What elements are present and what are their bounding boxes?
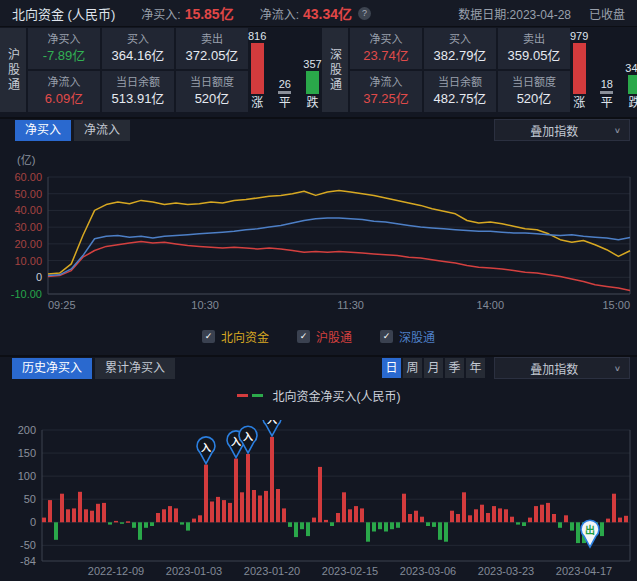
bar[interactable] bbox=[210, 502, 214, 523]
bar[interactable] bbox=[306, 522, 310, 536]
bar[interactable] bbox=[450, 511, 454, 523]
bar[interactable] bbox=[402, 494, 406, 523]
bar[interactable] bbox=[624, 516, 628, 523]
bar[interactable] bbox=[546, 503, 550, 522]
period-day-button[interactable]: 日 bbox=[382, 358, 401, 378]
bar[interactable] bbox=[396, 522, 400, 528]
bar[interactable] bbox=[534, 506, 538, 522]
bar[interactable] bbox=[606, 519, 610, 523]
bar[interactable] bbox=[510, 517, 514, 523]
bar[interactable] bbox=[162, 509, 166, 522]
bar[interactable] bbox=[192, 519, 196, 523]
bar[interactable] bbox=[96, 504, 100, 523]
bar[interactable] bbox=[564, 515, 568, 522]
bar[interactable] bbox=[186, 522, 190, 530]
period-month-button[interactable]: 月 bbox=[424, 358, 443, 378]
bar[interactable] bbox=[54, 522, 58, 540]
bar[interactable] bbox=[48, 500, 52, 522]
bar[interactable] bbox=[90, 511, 94, 523]
bar[interactable] bbox=[378, 522, 382, 529]
bar[interactable] bbox=[540, 505, 544, 523]
bar[interactable] bbox=[312, 518, 316, 523]
checkbox-north[interactable]: ✓ bbox=[202, 330, 215, 343]
bar[interactable] bbox=[324, 520, 328, 522]
bar[interactable] bbox=[84, 509, 88, 522]
bar[interactable] bbox=[570, 522, 574, 530]
bar[interactable] bbox=[468, 515, 472, 522]
bar[interactable] bbox=[456, 514, 460, 522]
bar[interactable] bbox=[618, 518, 622, 523]
bar[interactable] bbox=[288, 522, 292, 527]
bar[interactable] bbox=[180, 522, 184, 524]
bar[interactable] bbox=[270, 437, 274, 522]
bar[interactable] bbox=[204, 465, 208, 523]
bar[interactable] bbox=[462, 492, 466, 522]
bar[interactable] bbox=[318, 467, 322, 522]
bar[interactable] bbox=[528, 518, 532, 523]
tab-net-buy[interactable]: 净买入 bbox=[15, 120, 71, 141]
bar[interactable] bbox=[522, 522, 526, 526]
period-week-button[interactable]: 周 bbox=[403, 358, 422, 378]
bar[interactable] bbox=[354, 506, 358, 522]
tab-cumulative-net-buy[interactable]: 累计净买入 bbox=[95, 358, 175, 379]
bar[interactable] bbox=[552, 514, 556, 522]
bar[interactable] bbox=[426, 522, 430, 526]
bar[interactable] bbox=[108, 522, 112, 524]
bar[interactable] bbox=[252, 490, 256, 522]
bar[interactable] bbox=[420, 517, 424, 523]
bar[interactable] bbox=[150, 522, 154, 526]
bar[interactable] bbox=[360, 508, 364, 522]
checkbox-shen[interactable]: ✓ bbox=[380, 330, 393, 343]
bar[interactable] bbox=[504, 509, 508, 522]
bar[interactable] bbox=[276, 489, 280, 522]
bar[interactable] bbox=[492, 506, 496, 522]
bar[interactable] bbox=[372, 522, 376, 531]
bar[interactable] bbox=[336, 513, 340, 522]
tab-net-inflow[interactable]: 净流入 bbox=[74, 120, 130, 141]
bar[interactable] bbox=[72, 508, 76, 522]
bar[interactable] bbox=[348, 509, 352, 522]
bar[interactable] bbox=[102, 503, 106, 522]
bar[interactable] bbox=[132, 522, 136, 528]
bar[interactable] bbox=[258, 496, 262, 523]
bar[interactable] bbox=[294, 522, 298, 537]
bar[interactable] bbox=[144, 522, 148, 528]
period-quarter-button[interactable]: 季 bbox=[445, 358, 464, 378]
bar[interactable] bbox=[60, 494, 64, 523]
bar[interactable] bbox=[432, 522, 436, 527]
bar[interactable] bbox=[474, 509, 478, 522]
bar[interactable] bbox=[366, 522, 370, 541]
bar[interactable] bbox=[216, 497, 220, 522]
bar[interactable] bbox=[246, 454, 250, 522]
bar[interactable] bbox=[342, 492, 346, 522]
tab-history-net-buy[interactable]: 历史净买入 bbox=[12, 358, 92, 379]
bar[interactable] bbox=[498, 508, 502, 522]
bar[interactable] bbox=[408, 514, 412, 522]
help-icon[interactable]: ? bbox=[358, 7, 371, 20]
overlay-index-select[interactable]: 叠加指数 ∨ bbox=[494, 119, 630, 141]
period-year-button[interactable]: 年 bbox=[466, 358, 485, 378]
bar[interactable] bbox=[330, 522, 334, 526]
bar[interactable] bbox=[444, 522, 448, 541]
bar[interactable] bbox=[228, 503, 232, 522]
bar[interactable] bbox=[126, 521, 130, 523]
bar[interactable] bbox=[390, 522, 394, 529]
bar[interactable] bbox=[222, 500, 226, 522]
checkbox-hu[interactable]: ✓ bbox=[297, 330, 310, 343]
bar[interactable] bbox=[264, 491, 268, 522]
bar[interactable] bbox=[480, 505, 484, 523]
bar[interactable] bbox=[438, 522, 442, 540]
bar[interactable] bbox=[114, 521, 118, 523]
bar[interactable] bbox=[198, 515, 202, 522]
bar[interactable] bbox=[600, 522, 604, 536]
bar[interactable] bbox=[234, 459, 238, 523]
bar[interactable] bbox=[576, 522, 580, 543]
overlay-index-select-2[interactable]: 叠加指数 ∨ bbox=[494, 357, 630, 379]
bar[interactable] bbox=[78, 492, 82, 522]
bar[interactable] bbox=[120, 522, 124, 524]
bar[interactable] bbox=[42, 518, 46, 523]
bar[interactable] bbox=[300, 522, 304, 529]
bar[interactable] bbox=[558, 522, 562, 528]
bar[interactable] bbox=[612, 494, 616, 523]
bar[interactable] bbox=[486, 513, 490, 522]
